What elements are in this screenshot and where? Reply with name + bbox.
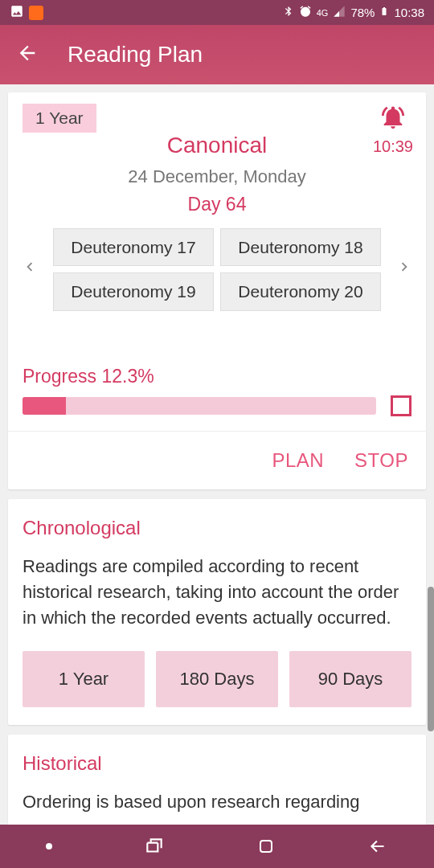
stop-button[interactable]: STOP: [354, 449, 408, 472]
bluetooth-icon: [283, 6, 294, 19]
plan-option-description: Ordering is based upon research regardin…: [23, 789, 411, 815]
page-title: Reading Plan: [68, 42, 203, 68]
plan-option-description: Readings are compiled according to recen…: [23, 554, 411, 631]
network-type: 4G: [317, 8, 329, 18]
back-button[interactable]: [367, 836, 388, 857]
current-plan-card: 1 Year 10:39 Canonical 24 December, Mond…: [8, 92, 426, 489]
app-bar: Reading Plan: [0, 25, 434, 84]
alarm-time: 10:39: [373, 137, 413, 156]
reading-item[interactable]: Deuteronomy 19: [53, 272, 214, 310]
status-bar: 4G 78% 10:38: [0, 0, 434, 25]
nav-dot-icon: [46, 843, 52, 850]
plan-option-card: Historical Ordering is based upon resear…: [8, 735, 426, 825]
svg-rect-0: [260, 841, 272, 852]
progress-fill: [23, 397, 66, 415]
picture-icon: [10, 4, 24, 22]
recent-apps-button[interactable]: [144, 836, 165, 857]
content-scroll[interactable]: 1 Year 10:39 Canonical 24 December, Mond…: [0, 84, 434, 825]
app-notification-icon: [29, 6, 43, 20]
plan-option-card: Chronological Readings are compiled acco…: [8, 499, 426, 726]
prev-day-button[interactable]: [18, 258, 42, 280]
bell-icon: [379, 120, 407, 133]
status-time: 10:38: [394, 6, 424, 19]
reading-item[interactable]: Deuteronomy 20: [220, 272, 381, 310]
current-date: 24 December, Monday: [23, 166, 411, 187]
progress-label: Progress 12.3%: [23, 366, 411, 387]
current-day: Day 64: [23, 194, 411, 215]
duration-badge: 1 Year: [23, 104, 96, 133]
progress-bar: [23, 397, 376, 415]
plan-option-name: Chronological: [23, 517, 411, 539]
signal-icon: [333, 5, 346, 20]
reading-item[interactable]: Deuteronomy 17: [53, 228, 214, 266]
back-arrow-icon[interactable]: [16, 42, 39, 68]
duration-button[interactable]: 180 Days: [156, 651, 278, 707]
battery-icon: [379, 5, 389, 20]
complete-checkbox[interactable]: [391, 395, 411, 416]
battery-pct: 78%: [350, 6, 375, 19]
system-nav-bar: [0, 825, 434, 868]
alarm-icon: [299, 5, 312, 20]
duration-button[interactable]: 90 Days: [289, 651, 411, 707]
reading-item[interactable]: Deuteronomy 18: [220, 228, 381, 266]
plan-button[interactable]: PLAN: [272, 449, 324, 472]
plan-option-name: Historical: [23, 752, 411, 775]
current-plan-name: Canonical: [23, 133, 411, 158]
scrollbar-thumb[interactable]: [428, 587, 434, 731]
alarm-button[interactable]: 10:39: [373, 104, 413, 156]
next-day-button[interactable]: [392, 258, 416, 280]
home-button[interactable]: [256, 837, 276, 856]
duration-button[interactable]: 1 Year: [23, 651, 145, 707]
